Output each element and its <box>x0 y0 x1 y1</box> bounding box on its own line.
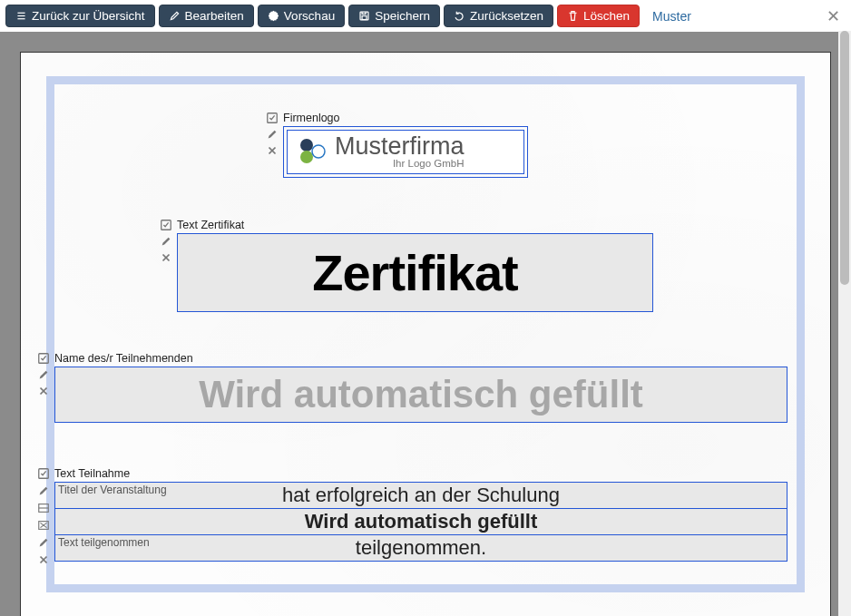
save-icon <box>358 10 370 22</box>
back-button[interactable]: Zurück zur Übersicht <box>5 5 155 27</box>
cert-title-text: Zertifikat <box>177 233 653 312</box>
block-cert-title-label: Text Zertifikat <box>177 219 653 231</box>
scrollbar[interactable] <box>838 31 851 616</box>
check-icon[interactable] <box>37 467 50 480</box>
delete-button[interactable]: Löschen <box>557 5 640 27</box>
svg-point-8 <box>300 139 313 152</box>
check-icon[interactable] <box>37 352 50 365</box>
remove-icon[interactable] <box>37 553 50 566</box>
undo-icon <box>454 10 465 22</box>
check-icon[interactable] <box>160 219 172 231</box>
delete-label: Löschen <box>583 9 630 23</box>
save-button[interactable]: Speichern <box>348 5 440 27</box>
template-name-text: Muster <box>652 9 691 24</box>
pencil-icon[interactable] <box>37 484 50 497</box>
scrollbar-thumb[interactable] <box>840 31 849 285</box>
pencil-icon[interactable] <box>266 128 279 141</box>
preview-button[interactable]: Vorschau <box>258 5 345 27</box>
remove-icon[interactable] <box>160 251 172 264</box>
participation-line3-box: Text teilgenommen teilgenommen. <box>54 534 787 562</box>
participation-line2: Wird automatisch gefüllt <box>305 510 537 533</box>
layout-icon[interactable] <box>37 502 50 514</box>
pencil-icon[interactable] <box>37 536 50 549</box>
block-cert-title[interactable]: Text Zertifikat Zertifikat <box>177 219 653 312</box>
participant-value: Wird automatisch gefüllt <box>54 367 787 423</box>
svg-point-9 <box>300 151 313 163</box>
edit-label: Bearbeiten <box>185 9 244 23</box>
block-logo-label: Firmenlogo <box>283 112 555 124</box>
block-participant[interactable]: Name des/r Teilnehmenden Wird automatisc… <box>54 352 787 423</box>
page-border: Firmenlogo Musterfirma Ihr Logo GmbH <box>46 76 805 592</box>
toolbar: Zurück zur Übersicht Bearbeiten Vorschau… <box>0 0 851 32</box>
logo-company: Musterfirma <box>335 134 465 159</box>
certificate-page: Firmenlogo Musterfirma Ihr Logo GmbH <box>20 52 831 616</box>
participation-line1: hat erfolgreich an der Schulung <box>282 484 560 506</box>
layout-x-icon[interactable] <box>37 519 50 532</box>
participation-line3: teilgenommen. <box>356 536 486 559</box>
block-logo[interactable]: Firmenlogo Musterfirma Ihr Logo GmbH <box>283 112 555 178</box>
block-participation-label: Text Teilnahme <box>54 467 787 480</box>
close-icon: ✕ <box>827 7 840 25</box>
remove-icon[interactable] <box>37 385 50 397</box>
pencil-icon <box>169 10 181 22</box>
preview-label: Vorschau <box>284 9 335 23</box>
participation-line1-label: Titel der Veranstaltung <box>58 484 167 496</box>
svg-point-10 <box>312 145 325 158</box>
save-label: Speichern <box>375 9 430 23</box>
check-icon[interactable] <box>266 112 279 124</box>
logo-tagline: Ihr Logo GmbH <box>335 159 465 170</box>
pencil-icon[interactable] <box>37 368 50 381</box>
remove-icon[interactable] <box>266 144 279 157</box>
editor-stage: Firmenlogo Musterfirma Ihr Logo GmbH <box>0 32 851 616</box>
list-icon <box>15 10 27 22</box>
logo-image: Musterfirma Ihr Logo GmbH <box>287 130 524 174</box>
pencil-icon[interactable] <box>160 235 172 248</box>
participation-line3-label: Text teilgenommen <box>58 536 150 549</box>
block-participation[interactable]: Text Teilnahme Titel der Veranstaltung h… <box>54 467 787 562</box>
badge-icon <box>268 10 279 22</box>
block-participant-label: Name des/r Teilnehmenden <box>54 352 787 365</box>
participation-line2-box: Wird automatisch gefüllt <box>54 508 787 535</box>
reset-label: Zurücksetzen <box>470 9 543 23</box>
back-label: Zurück zur Übersicht <box>32 9 145 23</box>
edit-button[interactable]: Bearbeiten <box>159 5 254 27</box>
participation-line1-box: Titel der Veranstaltung hat erfolgreich … <box>54 482 787 509</box>
trash-icon <box>567 10 579 22</box>
logo-graphic <box>297 136 328 167</box>
template-name[interactable]: Muster <box>652 9 697 24</box>
close-button[interactable]: ✕ <box>821 6 846 26</box>
svg-rect-4 <box>362 16 367 20</box>
reset-button[interactable]: Zurücksetzen <box>444 5 553 27</box>
